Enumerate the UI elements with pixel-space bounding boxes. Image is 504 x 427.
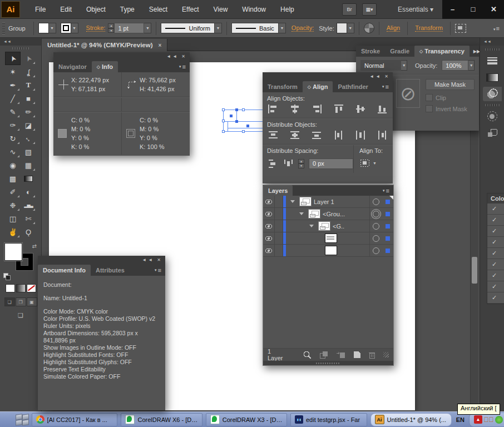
blend-tool[interactable]: ◐ [21,185,36,198]
style-swatch[interactable] [337,23,347,33]
direct-selection-tool[interactable]: ➤ [21,52,36,65]
layer-name[interactable]: <Grou... [323,211,345,217]
tools-grip[interactable] [12,47,29,49]
tab-attributes[interactable]: Attributes [91,265,130,276]
paintbrush-tool[interactable]: ✎ [5,105,21,118]
opacity-link[interactable]: Opacity: [291,24,314,32]
column-graph-tool[interactable]: ▂▅▃ [21,198,36,212]
start-button[interactable] [16,414,28,425]
opacity-dropdown-icon[interactable]: ▼ [468,60,475,71]
tab-info[interactable]: ◇Info [92,61,118,72]
distribute-horizontal-right-button[interactable] [375,129,389,141]
stroke-dropdown-icon[interactable]: ▼ [71,23,78,33]
selection-handle[interactable] [222,108,225,111]
adobe-reader-tray-icon[interactable]: ▲ [474,415,482,424]
tab-transparency[interactable]: ◇Transparency [414,46,470,57]
locate-object-icon[interactable] [303,351,312,359]
distribute-vertical-bottom-button[interactable] [309,129,324,141]
rotate-tool[interactable]: ↻ [5,132,21,145]
target-circle-icon[interactable] [369,232,382,244]
controlbar-menu-icon[interactable]: ▼≡ [493,25,500,32]
scrollbar-thumb[interactable] [472,257,477,284]
free-transform-tool[interactable]: ▧ [21,145,36,158]
gradient-panel-icon[interactable] [483,70,502,85]
checked-list-item[interactable]: ✓ [487,292,504,304]
lasso-tool[interactable]: ʆ [21,65,36,78]
align-panel-header[interactable]: ◄◄ ✕ [263,72,393,81]
screen-mode-button[interactable]: ❏ [15,312,26,320]
menu-file[interactable]: File [28,6,53,13]
draw-inside-mode[interactable]: ▣ [27,297,37,306]
dock-grip[interactable] [485,104,500,106]
align-horizontal-left-button[interactable] [266,103,280,115]
menu-help[interactable]: Help [273,6,302,13]
expand-triangle-icon[interactable] [299,212,304,215]
layer-row[interactable] [263,245,393,257]
distribute-horizontal-left-button[interactable] [332,129,346,141]
fill-swatch[interactable] [4,243,22,261]
isolate-selected-object-icon[interactable] [455,24,466,33]
layer-row[interactable]: Layer 1 [263,196,393,208]
selection-indicator[interactable] [382,245,393,256]
selection-tool[interactable]: ➤ [5,52,21,65]
stroke-panel-icon[interactable] [483,53,502,68]
tab-navigator[interactable]: Navigator [53,61,92,72]
visibility-toggle[interactable] [263,245,275,256]
info-menu-icon[interactable]: ▼≡ [175,61,190,72]
menu-select[interactable]: Select [142,6,175,13]
brush-definition-select[interactable]: Basic [231,23,279,33]
layer-thumbnail[interactable] [318,221,330,231]
opacity-value[interactable]: 100% [442,60,468,71]
layer-thumbnail[interactable] [308,209,320,219]
selection-indicator[interactable] [382,232,393,244]
pencil-tool[interactable]: ✏ [21,105,36,118]
vertical-distribute-space-button[interactable] [267,157,278,170]
perspective-grid-tool[interactable]: ▦ [21,158,36,172]
hand-tool[interactable]: ✌ [5,225,21,239]
distribute-horizontal-center-button[interactable] [353,129,368,141]
document-close-icon[interactable]: × [159,42,162,48]
transparency-panel-icon[interactable] [483,87,502,101]
new-layer-icon[interactable] [353,351,361,359]
tray-app-icon[interactable] [495,416,503,424]
artboard-tool[interactable]: ◫ [5,212,21,225]
selection-indicator[interactable] [382,208,393,220]
fill-color-swatch[interactable] [38,23,49,33]
taskbar-button-chrome[interactable]: [AI CC2017] - Как в ... [32,413,118,426]
selection-indicator[interactable] [382,220,393,232]
stroke-weight-dropdown-icon[interactable]: ▼ [144,23,151,33]
recolor-artwork-icon[interactable] [364,23,374,33]
layer-thumbnail[interactable] [325,234,337,243]
bridge-icon[interactable]: Br [342,3,357,16]
menu-window[interactable]: Window [235,6,273,13]
visibility-toggle[interactable] [263,220,275,232]
panel-resize-bar[interactable] [263,361,393,365]
lock-toggle[interactable] [275,220,283,232]
controlbar-grip[interactable] [2,22,5,34]
menu-view[interactable]: View [206,6,235,13]
opacity-mask-thumbnail[interactable]: ⊘ [396,79,420,108]
slice-tool[interactable]: ✄ [21,212,36,225]
menu-object[interactable]: Object [79,6,113,13]
visibility-toggle[interactable] [263,208,275,220]
target-circle-icon[interactable] [369,196,382,207]
style-dropdown-icon[interactable]: ▼ [347,23,354,33]
checked-list-item[interactable]: ✓ [487,248,504,259]
stroke-weight-stepper[interactable]: ▲▼ [108,23,114,33]
blend-mode-select[interactable]: Normal [360,60,401,71]
maximize-button[interactable]: □ [463,0,483,19]
info-panel-header[interactable]: ◄◄ ✕ [53,52,190,61]
visibility-toggle[interactable] [263,196,275,207]
checked-list-item[interactable]: ✓ [487,203,504,215]
tools-collapse-icon[interactable]: ◄◄ [0,38,41,46]
dock-collapse-icon[interactable]: ◄◄ [480,38,504,46]
line-segment-tool[interactable]: ╱ [5,92,21,105]
align-to-dropdown-icon[interactable]: ▼ [373,161,377,165]
width-profile-select[interactable]: Uniform [161,23,215,33]
target-circle-icon[interactable] [369,220,382,232]
collapse-icon[interactable]: ◄◄ [166,54,179,59]
fill-dropdown-icon[interactable]: ▼ [49,23,56,33]
color-list-panel-title[interactable]: Colo [487,193,504,203]
pen-tool[interactable]: ✒ [5,78,21,92]
distribute-vertical-top-button[interactable] [266,129,280,141]
